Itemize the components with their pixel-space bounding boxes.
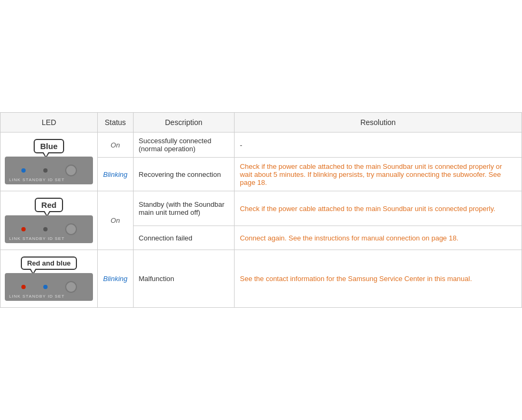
resolution-cell-0-1: Check if the power cable attached to the… xyxy=(234,158,521,191)
resolution-cell-2-0: See the contact information for the Sams… xyxy=(234,250,521,308)
led-cell-0: Blue LINK STANDBY ID SET xyxy=(1,133,98,191)
led-diagram-0: Blue LINK STANDBY ID SET xyxy=(5,139,93,184)
header-status: Status xyxy=(98,113,134,133)
header-description: Description xyxy=(133,113,234,133)
description-cell-2-0: Malfunction xyxy=(133,250,234,308)
description-cell-1-0: Standby (with the Soundbar main unit tur… xyxy=(133,191,234,226)
device-label-2: LINK STANDBY ID SET xyxy=(9,294,65,299)
status-cell-2-0: Blinking xyxy=(98,250,134,308)
device-body-2: LINK STANDBY ID SET xyxy=(5,273,93,301)
status-cell-0-1: Blinking xyxy=(98,158,134,191)
status-cell-0-0: On xyxy=(98,133,134,158)
resolution-cell-0-0: - xyxy=(234,133,521,158)
resolution-cell-1-1: Connect again. See the instructions for … xyxy=(234,226,521,250)
led-status-table: LED Status Description Resolution Blue xyxy=(0,112,522,308)
speech-bubble-1: Red xyxy=(35,198,63,212)
description-cell-0-0: Successfully connected (normal operation… xyxy=(133,133,234,158)
description-cell-1-1: Connection failed xyxy=(133,226,234,250)
status-cell-1-0: On xyxy=(98,191,134,250)
speech-bubble-2: Red and blue xyxy=(21,256,77,270)
device-body-1: LINK STANDBY ID SET xyxy=(5,215,93,243)
led-cell-1: Red LINK STANDBY ID SET xyxy=(1,191,98,250)
resolution-cell-1-0: Check if the power cable attached to the… xyxy=(234,191,521,226)
device-label-1: LINK STANDBY ID SET xyxy=(9,236,65,241)
device-body-0: LINK STANDBY ID SET xyxy=(5,157,93,184)
led-diagram-1: Red LINK STANDBY ID SET xyxy=(5,198,93,243)
description-cell-0-1: Recovering the connection xyxy=(133,158,234,191)
device-label-0: LINK STANDBY ID SET xyxy=(9,177,65,182)
led-cell-2: Red and blue LINK STANDBY ID SET xyxy=(1,250,98,308)
led-diagram-2: Red and blue LINK STANDBY ID SET xyxy=(5,256,93,301)
header-resolution: Resolution xyxy=(234,113,521,133)
header-led: LED xyxy=(1,113,98,133)
speech-bubble-0: Blue xyxy=(34,139,64,153)
